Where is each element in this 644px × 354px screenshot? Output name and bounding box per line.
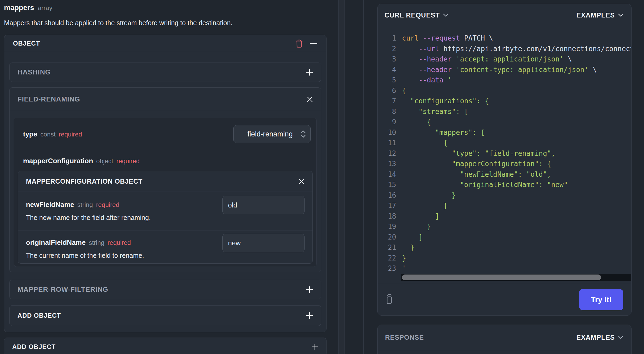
field-renaming-body: type const required field-renaming xyxy=(10,111,321,272)
type-select-value: field-renaming xyxy=(240,130,300,138)
type-select[interactable]: field-renaming xyxy=(233,125,311,143)
mapper-row-filtering-panel-header[interactable]: MAPPER-ROW-FILTERING xyxy=(9,280,321,299)
code-line: 9 { xyxy=(378,117,631,127)
mapper-configuration-header: MAPPERCONFIGURATION OBJECT xyxy=(18,171,312,192)
prop-kind: object xyxy=(96,157,113,165)
line-number: 17 xyxy=(378,201,396,211)
response-examples-dropdown[interactable]: EXAMPLES xyxy=(576,334,623,341)
add-object-button-outer[interactable]: ADD OBJECT xyxy=(4,338,327,354)
curl-request-dropdown[interactable]: CURL REQUEST xyxy=(384,11,448,19)
add-object-button-inner[interactable]: ADD OBJECT xyxy=(9,305,321,326)
response-card: RESPONSE EXAMPLES xyxy=(377,325,632,354)
line-number: 11 xyxy=(378,138,396,148)
response-title: RESPONSE xyxy=(385,334,424,341)
required-badge: required xyxy=(96,201,119,209)
prop-name: type xyxy=(23,130,37,138)
line-number: 14 xyxy=(378,169,396,180)
object-card-body: HASHING FIELD-RENAMING xyxy=(4,52,326,332)
add-object-label: ADD OBJECT xyxy=(17,312,61,319)
line-number: 10 xyxy=(378,127,396,138)
scrollbar-thumb[interactable] xyxy=(402,275,601,280)
mapper-configuration-label-row: mapperConfiguration object required xyxy=(14,157,316,165)
close-mapper-configuration-button[interactable] xyxy=(299,179,305,184)
code-line: 11 { xyxy=(378,138,631,148)
object-card-header: OBJECT xyxy=(4,35,326,52)
line-number: 12 xyxy=(378,148,396,159)
examples-label: EXAMPLES xyxy=(576,334,615,341)
prop-kind: string xyxy=(77,201,93,209)
code-line: 18 ] xyxy=(378,211,631,222)
copy-icon xyxy=(384,294,394,305)
required-badge: required xyxy=(108,239,131,246)
code-line: 22} xyxy=(378,253,631,264)
request-examples-dropdown[interactable]: EXAMPLES xyxy=(576,11,623,19)
close-icon xyxy=(299,179,305,184)
line-number: 23 xyxy=(378,263,396,274)
line-number: 7 xyxy=(378,96,396,107)
chevron-down-icon xyxy=(618,336,623,339)
plus-icon xyxy=(306,286,313,293)
field-renaming-header[interactable]: FIELD-RENAMING xyxy=(10,88,321,111)
line-number: 6 xyxy=(378,86,396,96)
field-renaming-title: FIELD-RENAMING xyxy=(17,95,80,103)
code-horizontal-scrollbar xyxy=(401,274,631,281)
line-number: 18 xyxy=(378,211,396,222)
response-header: RESPONSE EXAMPLES xyxy=(378,325,631,350)
hashing-panel-header[interactable]: HASHING xyxy=(9,63,321,82)
code-line: 21 } xyxy=(378,242,631,253)
code-line: 15 "originalFieldName": "new" xyxy=(378,180,631,190)
original-field-name-input[interactable] xyxy=(222,234,305,252)
schema-column: mappers array Mappers that should be app… xyxy=(0,0,333,354)
copy-code-button[interactable] xyxy=(384,294,394,305)
code-line: 19 } xyxy=(378,222,631,232)
required-badge: required xyxy=(59,131,82,138)
curl-code-block: 1curl --request PATCH \2 --url https://a… xyxy=(378,26,631,274)
chevron-down-icon xyxy=(443,14,448,17)
chevron-down-icon xyxy=(618,14,623,17)
delete-object-button[interactable] xyxy=(295,39,303,48)
line-number: 22 xyxy=(378,253,396,264)
stepper-icon xyxy=(300,130,306,138)
new-field-name-input[interactable] xyxy=(222,196,305,214)
curl-request-title: CURL REQUEST xyxy=(384,11,440,19)
line-number: 3 xyxy=(378,54,396,65)
code-line: 16 } xyxy=(378,190,631,201)
hashing-title: HASHING xyxy=(17,68,51,76)
close-icon xyxy=(307,96,313,103)
field-type-label: array xyxy=(38,4,52,12)
api-column: CURL REQUEST EXAMPLES 1curl --request PA… xyxy=(363,0,644,354)
field-title: mappers xyxy=(4,4,34,12)
mapper-configuration-panel: MAPPERCONFIGURATION OBJECT xyxy=(18,171,313,264)
prop-name: originalFieldName xyxy=(26,238,86,247)
code-line: 2 --url https://api.airbyte.com/v1/conne… xyxy=(378,44,631,54)
remove-field-renaming-button[interactable] xyxy=(307,96,313,103)
mapper-row-filtering-title: MAPPER-ROW-FILTERING xyxy=(17,285,108,294)
field-heading: mappers array xyxy=(4,4,327,12)
prop-description: The current name of the field to rename. xyxy=(26,251,222,259)
line-number: 13 xyxy=(378,159,396,169)
field-renaming-form: type const required field-renaming xyxy=(14,118,317,267)
line-number: 19 xyxy=(378,222,396,232)
plus-icon xyxy=(306,312,313,319)
object-card: OBJECT HASHING xyxy=(4,35,327,332)
code-line: 3 --header 'accept: application/json' \ xyxy=(378,54,631,65)
type-row: type const required field-renaming xyxy=(14,118,316,151)
left-scrollbar-gutter[interactable] xyxy=(338,0,345,354)
examples-label: EXAMPLES xyxy=(576,11,615,19)
code-line: 13 "mapperConfiguration": { xyxy=(378,159,631,169)
code-line: 20 ] xyxy=(378,232,631,243)
original-field-name-row: originalFieldName string required The cu… xyxy=(18,231,312,263)
code-line: 4 --header 'content-type: application/js… xyxy=(378,65,631,75)
curl-card-footer: Try It! xyxy=(378,284,631,315)
code-line: 10 "mappers": [ xyxy=(378,127,631,138)
code-line: 17 } xyxy=(378,201,631,211)
try-it-button[interactable]: Try It! xyxy=(579,289,623,310)
minus-icon xyxy=(310,43,317,44)
line-number: 4 xyxy=(378,65,396,75)
prop-kind: string xyxy=(89,239,104,246)
collapse-object-button[interactable] xyxy=(310,43,317,44)
required-badge: required xyxy=(116,157,140,165)
code-line: 12 "type": "field-renaming", xyxy=(378,148,631,159)
line-number: 15 xyxy=(378,180,396,190)
plus-icon xyxy=(311,343,318,350)
